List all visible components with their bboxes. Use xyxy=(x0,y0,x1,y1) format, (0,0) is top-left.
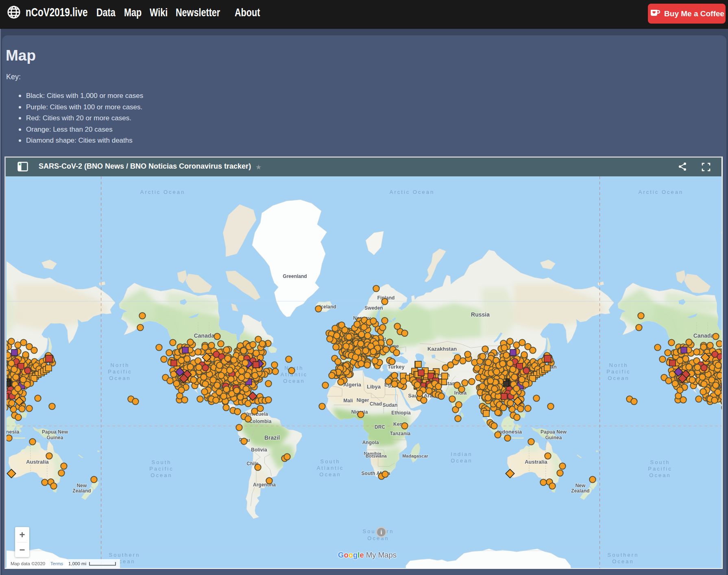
svg-text:Southern: Southern xyxy=(608,552,639,558)
svg-text:Papua New: Papua New xyxy=(42,429,68,435)
svg-text:Arctic Ocean: Arctic Ocean xyxy=(140,189,185,195)
svg-text:DRC: DRC xyxy=(375,424,385,430)
svg-text:South: South xyxy=(650,459,670,465)
svg-text:Sudan: Sudan xyxy=(383,402,398,408)
svg-text:Zealand: Zealand xyxy=(72,488,91,494)
svg-text:Pacific: Pacific xyxy=(648,466,672,472)
svg-text:Brazil: Brazil xyxy=(264,434,280,441)
svg-text:North: North xyxy=(609,362,628,368)
svg-text:Australia: Australia xyxy=(26,459,49,465)
svg-text:South: South xyxy=(152,459,172,465)
svg-text:Ocean: Ocean xyxy=(612,558,634,564)
svg-text:Chad: Chad xyxy=(370,401,382,407)
svg-text:Ocean: Ocean xyxy=(109,375,131,381)
svg-text:Papua New: Papua New xyxy=(541,429,567,435)
svg-text:Southern: Southern xyxy=(109,552,140,558)
svg-text:Pacific: Pacific xyxy=(606,369,630,375)
svg-text:Guinea: Guinea xyxy=(47,435,63,440)
svg-text:Atlantic: Atlantic xyxy=(317,465,344,471)
svg-text:Zealand: Zealand xyxy=(571,488,589,494)
svg-text:Ocean: Ocean xyxy=(319,471,341,477)
svg-text:Ocean: Ocean xyxy=(608,375,629,381)
svg-text:Indian: Indian xyxy=(451,451,472,457)
svg-text:New: New xyxy=(575,483,586,488)
svg-text:Niger: Niger xyxy=(357,397,369,403)
svg-text:Arctic Ocean: Arctic Ocean xyxy=(390,189,434,195)
svg-text:Ocean: Ocean xyxy=(649,472,671,478)
svg-text:Greenland: Greenland xyxy=(283,273,307,279)
svg-text:Kazakhstan: Kazakhstan xyxy=(427,346,457,352)
svg-text:Libya: Libya xyxy=(367,384,381,390)
svg-text:Angola: Angola xyxy=(362,440,379,445)
svg-text:South: South xyxy=(320,458,340,464)
svg-text:Botswana: Botswana xyxy=(366,453,387,458)
svg-text:North: North xyxy=(111,362,130,368)
svg-text:Argentina: Argentina xyxy=(253,482,276,488)
svg-text:Canada: Canada xyxy=(194,332,215,339)
svg-text:Guinea: Guinea xyxy=(545,435,562,440)
svg-text:Ethiopia: Ethiopia xyxy=(391,410,411,416)
svg-text:Ocean: Ocean xyxy=(283,378,305,384)
svg-text:Ocean: Ocean xyxy=(451,458,472,464)
svg-text:New: New xyxy=(77,483,87,488)
svg-text:Colombia: Colombia xyxy=(249,419,272,424)
svg-text:Tanzania: Tanzania xyxy=(390,431,411,436)
svg-text:Sweden: Sweden xyxy=(364,305,383,311)
svg-text:Madagascar: Madagascar xyxy=(402,453,428,458)
svg-text:Mali: Mali xyxy=(343,398,353,404)
svg-text:Arctic Ocean: Arctic Ocean xyxy=(639,189,683,195)
svg-text:Australia: Australia xyxy=(525,459,547,465)
svg-text:Bolivia: Bolivia xyxy=(251,447,267,453)
svg-text:onesia: onesia xyxy=(7,429,20,435)
svg-text:Pacific: Pacific xyxy=(149,466,173,472)
svg-text:Ocean: Ocean xyxy=(150,472,172,478)
svg-text:Russia: Russia xyxy=(471,311,490,318)
svg-text:Pacific: Pacific xyxy=(108,369,132,375)
svg-text:Canada: Canada xyxy=(693,332,714,339)
